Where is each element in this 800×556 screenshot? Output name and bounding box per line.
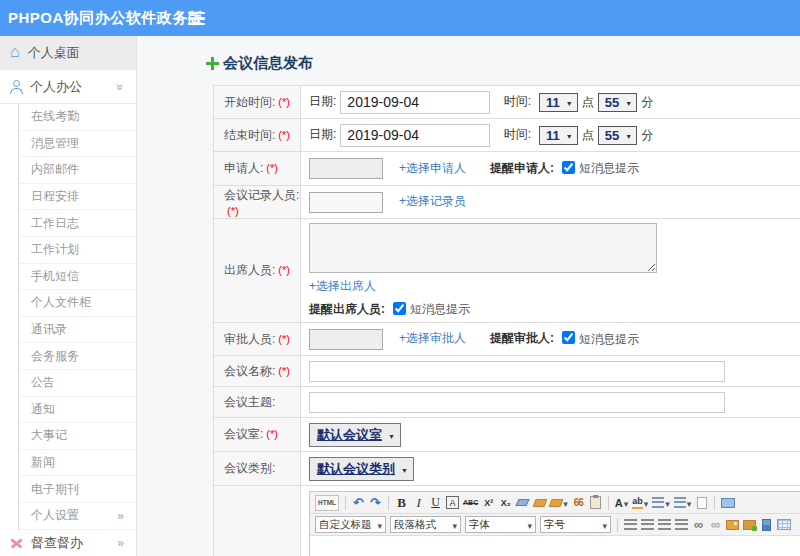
- start-date-input[interactable]: [340, 91, 490, 114]
- sidebar-section-label: 督查督办: [31, 534, 83, 552]
- ordered-list-button[interactable]: [652, 495, 670, 511]
- choose-applicant-link[interactable]: +选择申请人: [399, 161, 466, 175]
- format-painter-button[interactable]: [550, 495, 568, 511]
- sidebar-item-contacts[interactable]: 通讯录: [19, 317, 136, 344]
- unlink-icon[interactable]: [709, 517, 722, 533]
- sidebar-item-online-attendance[interactable]: 在线考勤: [19, 104, 136, 131]
- italic-button[interactable]: I: [412, 495, 425, 511]
- dropdown-arrow-icon: [664, 497, 670, 509]
- paragraph-format-select[interactable]: 段落格式: [390, 516, 461, 533]
- sidebar-section-supervision[interactable]: 督查督办: [0, 530, 136, 556]
- required-mark: (*): [278, 129, 290, 141]
- meeting-subject-input[interactable]: [309, 392, 725, 413]
- subscript-button[interactable]: X₂: [499, 495, 512, 511]
- meeting-room-select[interactable]: 默认会议室: [309, 423, 401, 447]
- unordered-list-button[interactable]: [674, 495, 692, 511]
- start-minute-select[interactable]: 55: [598, 93, 637, 112]
- sidebar-item-internal-mail[interactable]: 内部邮件: [19, 157, 136, 184]
- meeting-name-input[interactable]: [309, 361, 725, 382]
- sidebar-item-schedule[interactable]: 日程安排: [19, 184, 136, 211]
- sidebar-item-major-events[interactable]: 大事记: [19, 423, 136, 450]
- approver-input[interactable]: [309, 329, 383, 350]
- sidebar-item-e-journal[interactable]: 电子期刊: [19, 476, 136, 503]
- end-hour-select[interactable]: 11: [539, 126, 578, 145]
- heading-select[interactable]: 自定义标题: [315, 516, 386, 533]
- field-label: 会议室:(*): [214, 418, 301, 452]
- strikethrough-button[interactable]: ABC: [463, 495, 478, 511]
- eraser-icon[interactable]: [516, 499, 530, 506]
- recorder-input[interactable]: [309, 192, 383, 213]
- sidebar-item-conference-service[interactable]: 会务服务: [19, 343, 136, 370]
- insert-image-icon[interactable]: [726, 520, 739, 530]
- hour-unit-label: 点: [582, 127, 594, 141]
- underline-button[interactable]: U: [429, 495, 442, 511]
- form-row-attendees: 出席人员:(*) +选择出席人 提醒出席人员:短消息提示: [214, 219, 800, 323]
- align-left-icon[interactable]: [624, 519, 637, 530]
- preview-screen-icon[interactable]: [721, 498, 735, 508]
- redo-icon[interactable]: [369, 495, 382, 511]
- sidebar-item-news[interactable]: 新闻: [19, 450, 136, 477]
- end-minute-select[interactable]: 55: [598, 126, 637, 145]
- editor-content-area[interactable]: [310, 536, 800, 556]
- paste-icon[interactable]: [590, 496, 601, 509]
- editor-toolbar-row1: HTML B I U A ABC X² X₂: [310, 492, 800, 514]
- sidebar-item-label: 在线考勤: [31, 108, 79, 125]
- superscript-button[interactable]: X²: [482, 495, 495, 511]
- applicant-input[interactable]: [309, 158, 383, 179]
- choose-approver-link[interactable]: +选择审批人: [399, 331, 466, 345]
- sidebar-item-sms[interactable]: 手机短信: [19, 264, 136, 291]
- dropdown-arrow-icon: [601, 519, 607, 531]
- form-row-meeting-subject: 会议主题:: [214, 387, 800, 418]
- sidebar-section-personal-office[interactable]: 个人办公: [0, 70, 136, 104]
- form-row-end-time: 结束时间:(*) 日期: 时间:11点55分: [214, 119, 800, 152]
- time-label: 时间:: [504, 127, 531, 141]
- minute-unit-label: 分: [641, 94, 653, 108]
- end-date-input[interactable]: [340, 124, 490, 147]
- sidebar-item-work-plan[interactable]: 工作计划: [19, 237, 136, 264]
- choose-recorder-link[interactable]: +选择记录员: [399, 194, 466, 208]
- attendees-sms-checkbox[interactable]: [393, 302, 406, 315]
- remind-approver-label: 提醒审批人:: [490, 331, 554, 345]
- align-right-icon[interactable]: [658, 519, 671, 530]
- sidebar-item-notice[interactable]: 通知: [19, 397, 136, 424]
- sidebar-item-announcement[interactable]: 公告: [19, 370, 136, 397]
- meeting-category-select[interactable]: 默认会议类别: [309, 457, 414, 481]
- home-icon: [10, 45, 20, 60]
- sidebar-item-personal-desktop[interactable]: 个人桌面: [0, 36, 136, 70]
- blockquote-button[interactable]: 66: [572, 495, 585, 511]
- insert-media-icon[interactable]: [762, 519, 771, 531]
- time-label: 时间:: [504, 94, 531, 108]
- bold-button[interactable]: B: [395, 495, 408, 511]
- highlight-button[interactable]: ab: [632, 495, 648, 511]
- undo-icon[interactable]: [352, 495, 365, 511]
- sidebar-item-personal-settings[interactable]: 个人设置: [19, 503, 136, 530]
- font-size-select[interactable]: 字号: [540, 516, 611, 533]
- insert-table-icon[interactable]: [777, 519, 791, 530]
- start-hour-select[interactable]: 11: [539, 93, 578, 112]
- hamburger-menu-icon[interactable]: [188, 12, 205, 25]
- link-icon[interactable]: [692, 517, 705, 533]
- align-center-icon[interactable]: [641, 519, 654, 530]
- date-label: 日期:: [309, 127, 336, 141]
- sidebar-item-personal-file-cabinet[interactable]: 个人文件柜: [19, 290, 136, 317]
- sidebar-item-message-management[interactable]: 消息管理: [19, 131, 136, 158]
- applicant-sms-checkbox[interactable]: [562, 161, 575, 174]
- attendees-textarea[interactable]: [309, 223, 657, 273]
- dropdown-arrow-icon: [560, 128, 573, 142]
- dropdown-arrow-icon: [619, 95, 632, 109]
- font-color-button[interactable]: A: [615, 495, 628, 511]
- font-family-select[interactable]: 字体: [465, 516, 536, 533]
- sidebar-item-work-log[interactable]: 工作日志: [19, 210, 136, 237]
- new-page-icon[interactable]: [697, 497, 707, 509]
- sidebar-item-label: 通知: [31, 401, 55, 418]
- brush-icon[interactable]: [532, 499, 547, 507]
- approver-sms-checkbox[interactable]: [562, 331, 575, 344]
- justify-icon[interactable]: [675, 519, 688, 530]
- sidebar-item-label: 公告: [31, 374, 55, 391]
- choose-attendees-link[interactable]: +选择出席人: [309, 279, 376, 293]
- chevron-down-icon: [117, 81, 124, 93]
- font-style-button[interactable]: A: [446, 496, 459, 509]
- screenshot-image-icon[interactable]: [743, 520, 756, 530]
- top-bar: PHPOA协同办公软件政务版: [0, 0, 800, 36]
- html-source-button[interactable]: HTML: [315, 495, 339, 511]
